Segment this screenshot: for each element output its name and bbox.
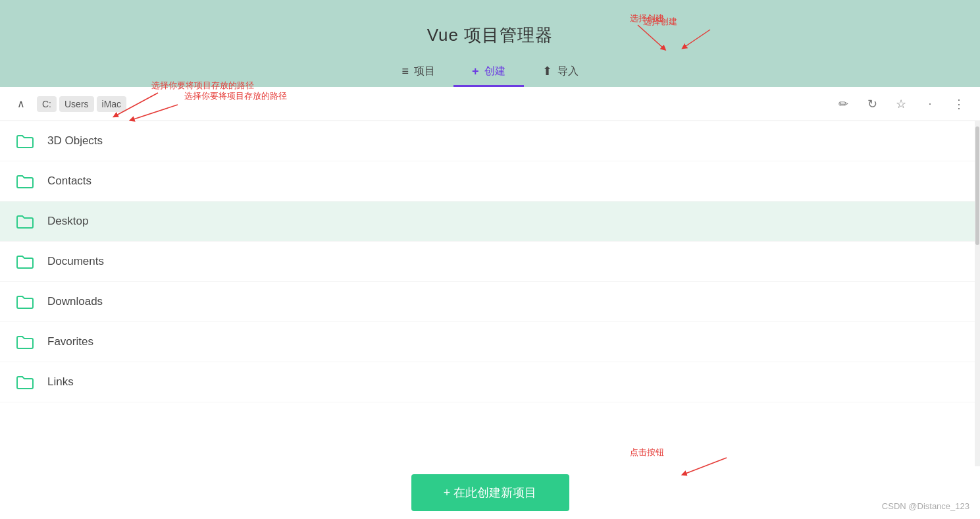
app-title: Vue 项目管理器 <box>0 24 980 47</box>
dot-button[interactable]: · <box>919 94 941 115</box>
folder-name-contacts: Contacts <box>47 175 91 188</box>
star-icon: ☆ <box>896 97 906 111</box>
folder-icon-documents <box>16 254 34 269</box>
folder-icon-favorites <box>16 334 34 350</box>
header: 选择创建 Vue 项目管理器 ≡ 项目 + 创建 ⬆ <box>0 0 980 87</box>
path-breadcrumbs: C: Users iMac <box>37 96 833 112</box>
folder-name-downloads: Downloads <box>47 295 103 308</box>
folder-icon-links <box>16 374 34 390</box>
refresh-icon: ↻ <box>867 97 877 111</box>
create-project-button[interactable]: + 在此创建新项目 <box>411 474 569 511</box>
main-content: 选择你要将项目存放的路径 ∧ C: Users iMac <box>0 87 980 519</box>
path-segment-c[interactable]: C: <box>37 96 57 112</box>
path-segment-imac[interactable]: iMac <box>97 96 127 112</box>
dot-icon: · <box>928 97 931 111</box>
folder-item-3dobjects[interactable]: 3D Objects <box>0 121 980 161</box>
folder-name-documents: Documents <box>47 255 104 268</box>
folder-name-desktop: Desktop <box>47 215 88 228</box>
folder-icon-3dobjects <box>16 133 34 149</box>
folder-name-links: Links <box>47 375 74 389</box>
folder-item-favorites[interactable]: Favorites <box>0 322 980 362</box>
folder-name-3dobjects: 3D Objects <box>47 134 103 148</box>
folder-item-downloads[interactable]: Downloads <box>0 282 980 322</box>
folder-icon-desktop <box>16 213 34 229</box>
tab-projects-label: 项目 <box>414 65 435 78</box>
path-bar: ∧ C: Users iMac ✏ ↻ ☆ · <box>0 87 980 121</box>
path-up-button[interactable]: ∧ <box>11 94 32 115</box>
tab-bar: ≡ 项目 + 创建 ⬆ 导入 <box>0 57 980 87</box>
folder-item-documents[interactable]: Documents <box>0 242 980 282</box>
folder-item-links[interactable]: Links <box>0 362 980 402</box>
edit-path-button[interactable]: ✏ <box>833 94 854 115</box>
folder-list: 3D Objects Contacts <box>0 121 980 519</box>
tab-create[interactable]: + 创建 <box>453 58 524 87</box>
more-icon: ⋮ <box>953 97 965 111</box>
folder-icon-contacts <box>16 173 34 189</box>
path-actions: ✏ ↻ ☆ · ⋮ <box>833 94 969 115</box>
star-button[interactable]: ☆ <box>890 94 912 115</box>
folder-icon-downloads <box>16 294 34 310</box>
refresh-button[interactable]: ↻ <box>862 94 883 115</box>
watermark: CSDN @Distance_123 <box>882 501 969 511</box>
path-segment-users[interactable]: Users <box>59 96 94 112</box>
annotation-arrow-btn <box>677 454 730 481</box>
tab-create-label: 创建 <box>484 65 505 78</box>
folder-name-favorites: Favorites <box>47 335 93 348</box>
folder-item-desktop[interactable]: Desktop <box>0 202 980 242</box>
tab-import-label: 导入 <box>557 65 579 78</box>
scrollbar-thumb[interactable] <box>975 126 979 245</box>
projects-icon: ≡ <box>401 65 409 78</box>
pencil-icon: ✏ <box>838 97 848 111</box>
tab-projects[interactable]: ≡ 项目 <box>383 58 453 87</box>
tab-import[interactable]: ⬆ 导入 <box>524 57 597 87</box>
create-icon: + <box>472 65 479 78</box>
annotation-click-label: 点击按钮 <box>630 447 664 458</box>
chevron-up-icon: ∧ <box>17 97 25 110</box>
svg-line-3 <box>684 458 727 474</box>
more-button[interactable]: ⋮ <box>948 94 969 115</box>
folder-item-contacts[interactable]: Contacts <box>0 161 980 202</box>
import-icon: ⬆ <box>542 64 552 78</box>
scrollbar-track[interactable] <box>975 121 980 519</box>
footer-bar: 点击按钮 + 在此创建新项目 <box>0 466 980 519</box>
